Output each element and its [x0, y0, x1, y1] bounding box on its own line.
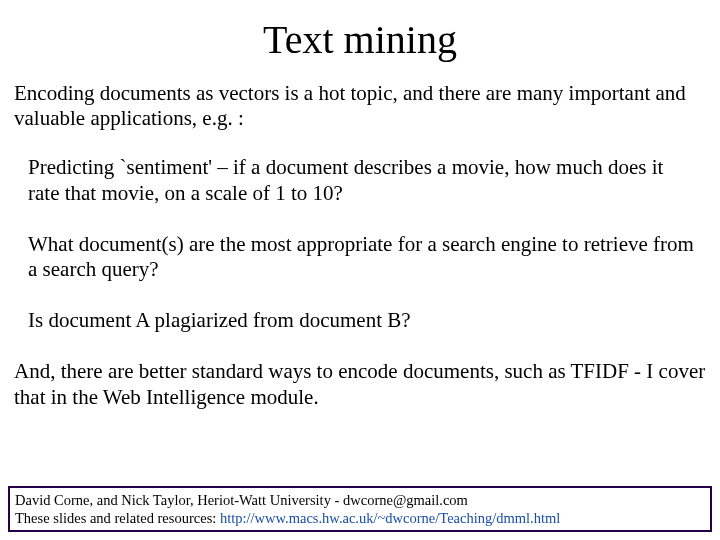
bullet-plagiarism: Is document A plagiarized from document …: [10, 308, 710, 333]
intro-paragraph: Encoding documents as vectors is a hot t…: [10, 81, 710, 131]
bullet-sentiment: Predicting `sentiment' – if a document d…: [10, 155, 710, 205]
bullet-search: What document(s) are the most appropriat…: [10, 232, 710, 282]
slide-footer: David Corne, and Nick Taylor, Heriot-Wat…: [8, 486, 712, 532]
footer-line-2: These slides and related resources: http…: [15, 509, 705, 527]
outro-paragraph: And, there are better standard ways to e…: [10, 359, 710, 409]
footer-resources-prefix: These slides and related resources:: [15, 510, 220, 526]
footer-line-1: David Corne, and Nick Taylor, Heriot-Wat…: [15, 491, 705, 509]
slide-title: Text mining: [10, 16, 710, 63]
footer-resources-link[interactable]: http://www.macs.hw.ac.uk/~dwcorne/Teachi…: [220, 510, 560, 526]
